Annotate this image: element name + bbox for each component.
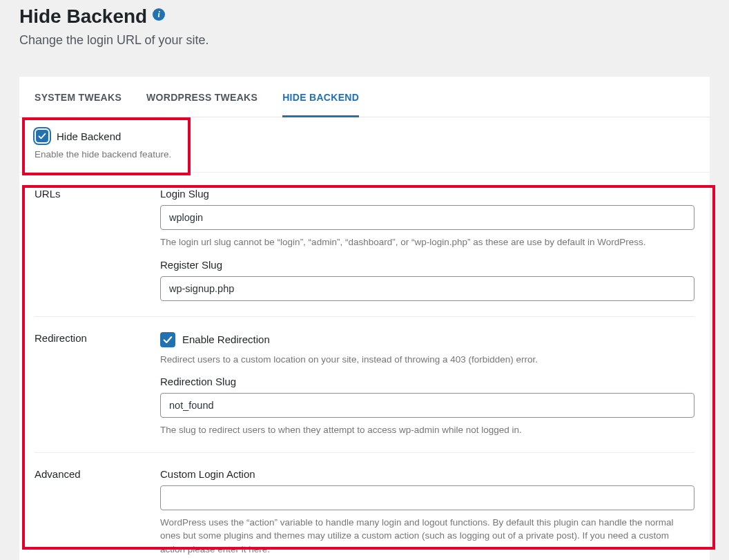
settings-panel: SYSTEM TWEAKS WORDPRESS TWEAKS HIDE BACK… [19, 77, 710, 560]
group-advanced-title: Advanced [35, 468, 160, 557]
hide-backend-checkbox[interactable] [36, 130, 48, 142]
enable-redirection-checkbox[interactable] [160, 332, 175, 347]
login-slug-help: The login url slug cannot be “login”, “a… [160, 235, 694, 249]
hide-backend-desc: Enable the hide backend feature. [35, 149, 694, 160]
group-advanced: Advanced Custom Login Action WordPress u… [35, 453, 694, 560]
tab-hide-backend[interactable]: HIDE BACKEND [282, 77, 359, 117]
page-title: Hide Backend i [19, 6, 165, 28]
tab-wordpress-tweaks[interactable]: WORDPRESS TWEAKS [146, 77, 257, 117]
register-slug-label: Register Slug [160, 259, 694, 271]
check-icon [38, 132, 46, 140]
page-subtitle: Change the login URL of your site. [19, 33, 710, 48]
enable-redirection-help: Redirect users to a custom location on y… [160, 353, 694, 367]
custom-login-action-help: WordPress uses the “action” variable to … [160, 516, 694, 557]
login-slug-label: Login Slug [160, 188, 694, 200]
hide-backend-section: Hide Backend Enable the hide backend fea… [19, 117, 710, 173]
group-urls: URLs Login Slug The login url slug canno… [35, 173, 694, 317]
group-urls-title: URLs [35, 188, 160, 301]
custom-login-action-input[interactable] [160, 485, 694, 510]
tabs: SYSTEM TWEAKS WORDPRESS TWEAKS HIDE BACK… [19, 77, 710, 117]
tab-system-tweaks[interactable]: SYSTEM TWEAKS [35, 77, 122, 117]
redirection-slug-label: Redirection Slug [160, 376, 694, 387]
register-slug-input[interactable] [160, 276, 694, 301]
login-slug-input[interactable] [160, 205, 694, 230]
hide-backend-checkbox-label: Hide Backend [57, 131, 121, 142]
info-icon[interactable]: i [153, 8, 165, 21]
page-title-text: Hide Backend [19, 6, 147, 28]
redirection-slug-input[interactable] [160, 393, 694, 418]
group-redirection-title: Redirection [35, 332, 160, 437]
redirection-slug-help: The slug to redirect users to when they … [160, 423, 694, 437]
custom-login-action-label: Custom Login Action [160, 468, 694, 480]
group-redirection: Redirection Enable Redirection Redirect … [35, 317, 694, 453]
enable-redirection-label: Enable Redirection [182, 334, 270, 345]
check-icon [163, 335, 173, 345]
